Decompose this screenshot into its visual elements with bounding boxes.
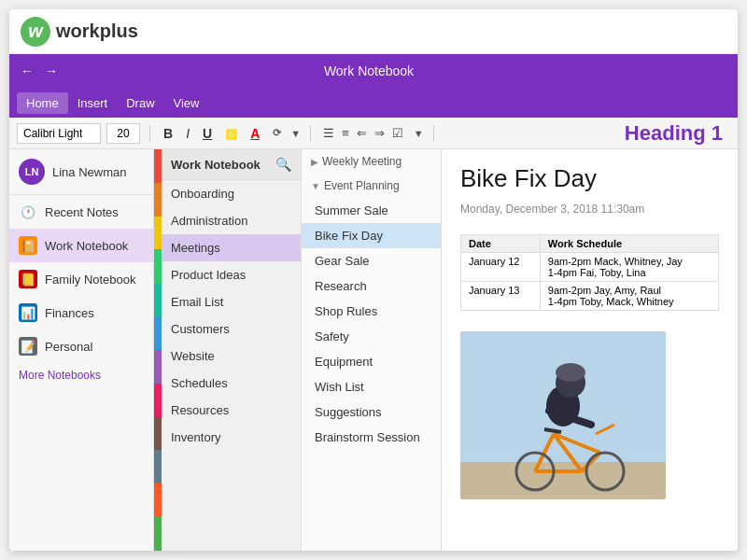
heading-style-label[interactable]: Heading 1	[625, 121, 730, 146]
family-notebook-icon: 📒	[19, 270, 37, 288]
section-onboarding-label: Onboarding	[171, 187, 234, 201]
recent-notes-label: Recent Notes	[45, 205, 119, 219]
logo-container: w workplus	[21, 17, 138, 47]
pages-panel: ▶ Weekly Meeting ▼ Event Planning Summer…	[302, 149, 442, 551]
page-gear-sale[interactable]: Gear Sale	[302, 248, 441, 273]
svg-rect-1	[460, 462, 666, 499]
table-cell-schedule-0: 9am-2pm Mack, Whitney, Jay 1-4pm Fai, To…	[540, 253, 718, 282]
bullet-list-button[interactable]: ☰	[320, 125, 337, 141]
color-tab-3	[154, 249, 162, 283]
sidebar-item-finances[interactable]: 📊 Finances	[9, 296, 153, 329]
bold-button[interactable]: B	[160, 124, 176, 143]
checkbox-button[interactable]: ☑	[389, 125, 406, 141]
work-notebook-label: Work Notebook	[45, 239, 128, 253]
section-administration[interactable]: Administration	[162, 207, 301, 234]
section-schedules[interactable]: Schedules	[162, 370, 301, 397]
title-bar: ← → Work Notebook	[9, 54, 738, 88]
number-list-button[interactable]: ≡	[339, 125, 352, 141]
section-meetings-label: Meetings	[171, 241, 220, 255]
page-equipment[interactable]: Equipment	[302, 349, 441, 374]
notebook-sections-panel: Work Notebook 🔍 Onboarding Administratio…	[162, 149, 302, 551]
section-meetings[interactable]: Meetings	[162, 234, 301, 261]
section-resources[interactable]: Resources	[162, 397, 301, 424]
group-event-planning[interactable]: ▼ Event Planning	[302, 174, 441, 198]
page-safety[interactable]: Safety	[302, 324, 441, 349]
table-cell-schedule-1: 9am-2pm Jay, Amy, Raul 1-4pm Toby, Mack,…	[540, 282, 718, 311]
menu-home[interactable]: Home	[17, 92, 68, 114]
group-weekly-meeting[interactable]: ▶ Weekly Meeting	[302, 149, 441, 174]
section-onboarding[interactable]: Onboarding	[162, 180, 301, 207]
page-bike-fix-day[interactable]: Bike Fix Day	[302, 223, 441, 248]
list-dropdown[interactable]: ▼	[414, 128, 424, 139]
page-wish-list-label: Wish List	[315, 380, 364, 394]
menu-view[interactable]: View	[164, 92, 209, 114]
family-notebook-label: Family Notebook	[45, 273, 136, 287]
notebook-search-button[interactable]: 🔍	[275, 157, 291, 172]
section-customers[interactable]: Customers	[162, 315, 301, 343]
page-bike-fix-day-label: Bike Fix Day	[315, 229, 383, 243]
sidebar: LN Lina Newman 🕐 Recent Notes 📔 Work Not…	[9, 149, 154, 551]
page-wish-list[interactable]: Wish List	[302, 374, 441, 399]
app-name: workplus	[56, 21, 138, 42]
section-inventory[interactable]: Inventory	[162, 424, 301, 451]
color-tab-4	[154, 283, 162, 316]
sidebar-item-work-notebook[interactable]: 📔 Work Notebook	[9, 229, 153, 262]
font-size-input[interactable]	[106, 123, 140, 144]
format-dropdown[interactable]: ▼	[290, 128, 301, 139]
section-website-label: Website	[171, 349, 215, 363]
section-administration-label: Administration	[171, 214, 247, 228]
toolbar: B I U ▨ A ⟳ ▼ ☰ ≡ ⇐ ⇒ ☑ ▼ Heading 1	[9, 118, 738, 149]
table-header-schedule: Work Schedule	[540, 235, 718, 253]
table-row: January 12 9am-2pm Mack, Whitney, Jay 1-…	[461, 253, 719, 282]
format-more-button[interactable]: ⟳	[269, 125, 285, 141]
forward-button[interactable]: →	[45, 63, 58, 78]
svg-point-4	[556, 363, 585, 382]
top-bar: w workplus	[9, 9, 738, 54]
indent-decrease-button[interactable]: ⇐	[354, 125, 370, 141]
page-research[interactable]: Research	[302, 273, 441, 299]
section-resources-label: Resources	[171, 403, 229, 417]
color-tab-10	[154, 483, 162, 517]
color-tab-5	[154, 316, 162, 350]
italic-button[interactable]: I	[182, 124, 193, 143]
page-title: Bike Fix Day	[460, 164, 719, 193]
section-product-ideas[interactable]: Product Ideas	[162, 261, 301, 288]
highlight-button[interactable]: ▨	[221, 124, 241, 143]
toolbar-separator-2	[310, 125, 311, 142]
page-summer-sale[interactable]: Summer Sale	[302, 198, 441, 223]
user-initials: LN	[25, 166, 39, 177]
page-shop-rules[interactable]: Shop Rules	[302, 299, 441, 324]
section-schedules-label: Schedules	[171, 376, 228, 390]
underline-button[interactable]: U	[199, 124, 216, 143]
page-equipment-label: Equipment	[315, 355, 373, 369]
section-website[interactable]: Website	[162, 343, 301, 370]
clock-icon: 🕐	[19, 203, 37, 221]
personal-label: Personal	[45, 340, 92, 354]
sidebar-item-personal[interactable]: 📝 Personal	[9, 329, 153, 363]
notebook-panel-title: Work Notebook	[171, 158, 261, 172]
font-color-button[interactable]: A	[247, 124, 263, 143]
section-customers-label: Customers	[171, 322, 230, 336]
sidebar-item-recent-notes[interactable]: 🕐 Recent Notes	[9, 195, 153, 229]
page-shop-rules-label: Shop Rules	[315, 304, 377, 318]
menu-draw[interactable]: Draw	[117, 92, 163, 114]
content-area: Bike Fix Day Monday, December 3, 2018 11…	[442, 149, 738, 551]
color-tab-0	[154, 149, 162, 183]
color-tab-2	[154, 217, 162, 250]
menu-insert[interactable]: Insert	[68, 92, 118, 114]
section-email-list[interactable]: Email List	[162, 288, 301, 315]
color-tab-7	[154, 384, 162, 417]
font-name-input[interactable]	[17, 123, 101, 144]
work-notebook-icon: 📔	[19, 236, 37, 255]
indent-increase-button[interactable]: ⇒	[372, 125, 388, 141]
logo-letter: w	[28, 21, 43, 42]
event-planning-label: Event Planning	[324, 179, 400, 192]
back-button[interactable]: ←	[21, 63, 34, 78]
section-inventory-label: Inventory	[171, 430, 220, 444]
more-notebooks-link[interactable]: More Notebooks	[9, 363, 153, 387]
sidebar-item-family-notebook[interactable]: 📒 Family Notebook	[9, 262, 153, 296]
toolbar-separator-1	[149, 125, 150, 142]
page-suggestions[interactable]: Suggestions	[302, 399, 441, 425]
color-tab-8	[154, 417, 162, 451]
page-brainstorm-session[interactable]: Brainstorm Session	[302, 425, 441, 450]
